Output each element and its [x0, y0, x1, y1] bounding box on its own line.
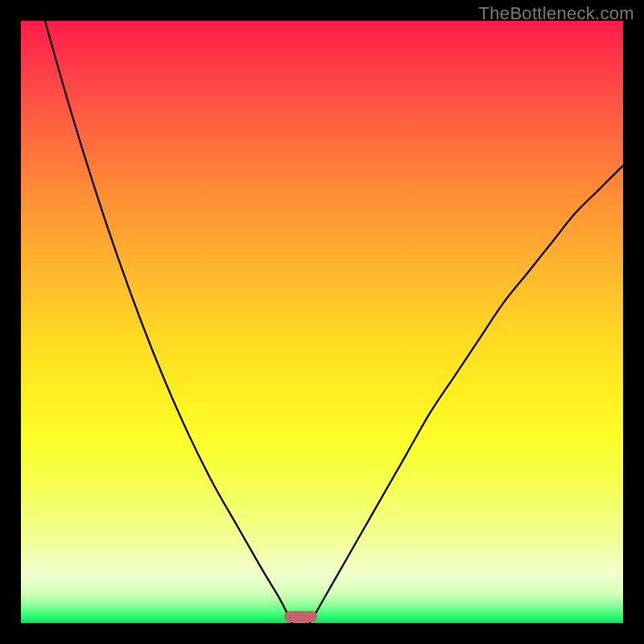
curve-layer	[21, 21, 623, 623]
right-branch-curve	[310, 166, 623, 623]
watermark-text: TheBottleneck.com	[479, 3, 634, 24]
left-branch-curve	[45, 21, 292, 623]
plot-area	[21, 21, 623, 623]
chart-frame: TheBottleneck.com	[0, 0, 644, 644]
bottleneck-marker	[284, 611, 317, 622]
